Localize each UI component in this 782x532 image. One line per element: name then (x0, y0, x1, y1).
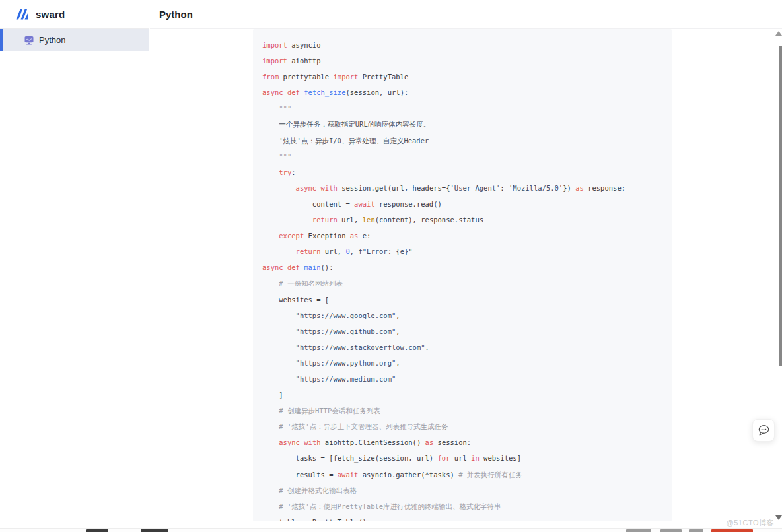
code-line: async def fetch_size(session, url): (262, 84, 662, 100)
code-line: """ (262, 100, 662, 116)
code-line: content = await response.read() (262, 196, 662, 212)
logo-text: sward (36, 9, 65, 20)
page-title: Python (150, 9, 193, 20)
app-window: sward Python Python import asyncioimport… (0, 0, 782, 532)
code-panel[interactable]: import asyncioimport aiohttpfrom prettyt… (253, 29, 672, 521)
monitor-chart-icon (24, 35, 34, 46)
code-line: try: (262, 164, 662, 180)
code-line: "https://www.python.org", (262, 355, 662, 371)
sidebar: sward Python (0, 0, 149, 528)
code-line: import asyncio (262, 37, 662, 53)
cutoff-fragment (626, 529, 651, 532)
cutoff-fragment (141, 529, 168, 532)
code-line: # 一份知名网站列表 (262, 275, 662, 291)
code-line: return url, len(content), response.statu… (262, 212, 662, 228)
code-line: # '炫技'点：使用PrettyTable库进行优雅的终端输出、格式化字符串 (262, 498, 662, 514)
cutoff-fragment (689, 529, 703, 532)
code-line: table = PrettyTable() (262, 514, 662, 521)
code-line: # '炫技'点：异步上下文管理器、列表推导式生成任务 (262, 418, 662, 434)
cutoff-fragment (711, 529, 753, 532)
cutoff-strip (0, 528, 782, 532)
code-line: "https://www.github.com", (262, 323, 662, 339)
code-line: from prettytable import PrettyTable (262, 69, 662, 84)
code-line: websites = [ (262, 292, 662, 308)
code-line: 一个异步任务，获取指定URL的响应体内容长度。 (262, 116, 662, 132)
watermark: @51CTO博客 (727, 518, 774, 528)
code-line: return url, 0, f"Error: {e}" (262, 244, 662, 259)
code-line: # 创建异步HTTP会话和任务列表 (262, 403, 662, 418)
cutoff-fragment (660, 529, 682, 532)
code-line: ] (262, 387, 662, 403)
code-line: "https://www.stackoverflow.com", (262, 339, 662, 355)
scrollbar-up-arrow-icon[interactable] (775, 31, 782, 36)
sidebar-item-python[interactable]: Python (0, 29, 149, 51)
sward-logo-icon (15, 7, 30, 22)
code-line: except Exception as e: (262, 228, 662, 244)
scrollbar-thumb[interactable] (779, 46, 782, 366)
code-line: "https://www.medium.com" (262, 371, 662, 387)
code-line: "https://www.google.com", (262, 308, 662, 323)
sidebar-logo: sward (0, 0, 149, 29)
main-header: Python (150, 0, 782, 29)
code-line: """ (262, 149, 662, 164)
sidebar-item-label: Python (39, 35, 65, 45)
scrollbar-down-arrow-icon[interactable] (775, 515, 782, 520)
code-line: '炫技'点：异步I/O、异常处理、自定义Header (262, 133, 662, 149)
code-line: async def main(): (262, 259, 662, 275)
code-line: async with aiohttp.ClientSession() as se… (262, 434, 662, 450)
speech-bubble-dots-icon (757, 424, 770, 437)
code-line: results = await asyncio.gather(*tasks) #… (262, 467, 662, 482)
code-line: async with session.get(url, headers={'Us… (262, 180, 662, 196)
chat-feedback-button[interactable] (752, 419, 775, 442)
code-line: # 创建并格式化输出表格 (262, 482, 662, 498)
code-line: tasks = [fetch_size(session, url) for ur… (262, 450, 662, 466)
code-line: import aiohttp (262, 53, 662, 69)
code-lines: import asyncioimport aiohttpfrom prettyt… (253, 29, 672, 521)
cutoff-fragment (86, 529, 108, 532)
